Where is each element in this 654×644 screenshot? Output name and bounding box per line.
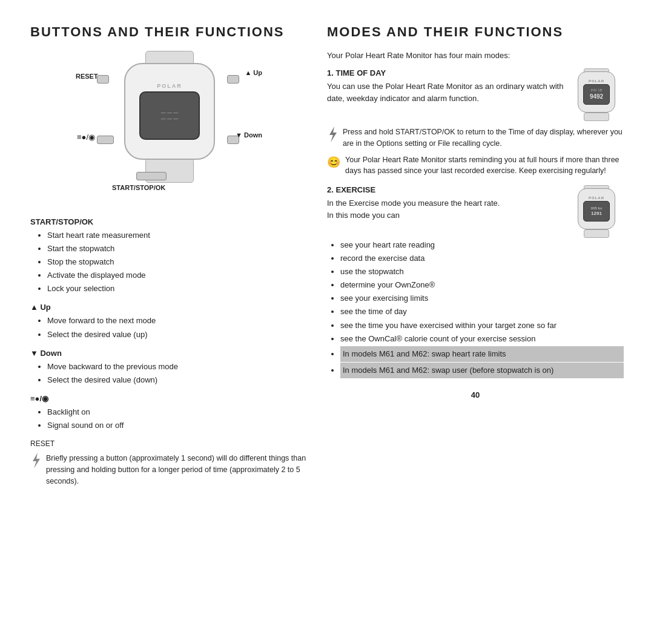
list-item: see the time of day (340, 305, 624, 318)
mode-text-2: 2. EXERCISE In the Exercise mode you mea… (327, 185, 564, 238)
func-list-3: Backlight on Signal sound on or off (30, 406, 309, 432)
mini-watch-body-2: POLAR 005 bz 1291 (578, 188, 615, 229)
func-group-title-2: ▼ Down (30, 349, 309, 358)
list-item: Move forward to the next mode (47, 314, 309, 327)
reset-label: RESET (30, 439, 309, 448)
exercise-list: see your heart rate reading record the e… (327, 238, 624, 378)
functions-section: START/STOP/OK Start heart rate measureme… (30, 217, 309, 487)
btn-light (97, 136, 114, 144)
func-list-1: Move forward to the next mode Select the… (30, 314, 309, 341)
left-column: BUTTONS AND THEIR FUNCTIONS POLAR — — ——… (30, 24, 309, 491)
mini-watch-screen-1: PRI 1B 9492 (583, 84, 610, 105)
list-item: Backlight on (47, 406, 309, 419)
mini-watch-2: POLAR 005 bz 1291 (570, 185, 624, 238)
list-item: record the exercise data (340, 252, 624, 265)
intro-text: Your Polar Heart Rate Monitor has four m… (327, 51, 624, 60)
list-item: Start the stopwatch (47, 242, 309, 255)
label-startstop: START/STOP/OK (112, 184, 165, 191)
mode-section-1: 1. TIME OF DAY You can use the Polar Hea… (327, 68, 624, 177)
list-item: Select the desired value (down) (47, 373, 309, 387)
mode-title-1: 1. TIME OF DAY (327, 68, 564, 77)
reset-note-section: RESET Briefly pressing a button (approxi… (30, 439, 309, 487)
page-number: 40 (327, 390, 624, 412)
mini-watch-text-2: 005 bz 1291 (591, 206, 602, 217)
list-item: use the stopwatch (340, 265, 624, 278)
label-down: ▼ Down (236, 131, 262, 139)
list-item: determine your OwnZone® (340, 278, 624, 292)
watch-screen: — — —— — — (139, 91, 200, 140)
lightning-icon (30, 453, 41, 468)
mode-title-2: 2. EXERCISE (327, 185, 564, 194)
mode-content-2: 2. EXERCISE In the Exercise mode you mea… (327, 185, 624, 238)
svg-marker-0 (33, 453, 40, 468)
list-item: Move backward to the previous mode (47, 360, 309, 373)
mini-watch-text-1: PRI 1B 9492 (590, 88, 603, 100)
func-list-2: Move backward to the previous mode Selec… (30, 360, 309, 387)
highlighted-list-item-1: In models M61 and M62: swap user (before… (340, 363, 624, 378)
mini-strap-bot-2 (584, 229, 609, 238)
reset-tip-box: Briefly pressing a button (approximately… (30, 453, 309, 487)
mode-desc-2b: In this mode you can (327, 209, 564, 222)
list-item: see your heart rate reading (340, 238, 624, 252)
tip-box-1: Press and hold START/STOP/OK to return t… (327, 126, 624, 150)
btn-up (227, 75, 239, 84)
right-column: MODES AND THEIR FUNCTIONS Your Polar Hea… (327, 24, 624, 491)
reset-note-text: Briefly pressing a button (approximately… (46, 453, 309, 487)
watch-brand: POLAR (157, 83, 182, 89)
list-item: Start heart rate measurement (47, 229, 309, 242)
func-group-2: ▼ Down Move backward to the previous mod… (30, 349, 309, 387)
highlighted-list-item-0: In models M61 and M62: swap heart rate l… (340, 346, 624, 362)
func-group-title-0: START/STOP/OK (30, 217, 309, 226)
tip-box-2: 😊 Your Polar Heart Rate Monitor starts r… (327, 154, 624, 177)
list-item: Lock your selection (47, 282, 309, 295)
label-reset: RESET (76, 73, 98, 80)
watch-screen-text: — — —— — — (161, 110, 178, 122)
func-group-title-1: ▲ Up (30, 303, 309, 312)
right-heading: MODES AND THEIR FUNCTIONS (327, 24, 624, 40)
btn-reset (97, 75, 109, 84)
label-up: ▲ ▲ UpUp (245, 69, 262, 76)
watch-diagram: POLAR — — —— — — RESET ▲ ▲ UpUp ≡●/◉ ▼ D… (76, 51, 263, 208)
mode-text-1: 1. TIME OF DAY You can use the Polar Hea… (327, 68, 564, 122)
tip1-text: Press and hold START/STOP/OK to return t… (343, 126, 624, 150)
func-list-0: Start heart rate measurement Start the s… (30, 229, 309, 295)
list-item: see the time you have exercised within y… (340, 319, 624, 332)
list-item: Activate the displayed mode (47, 269, 309, 282)
mini-watch-1: POLAR PRI 1B 9492 (570, 68, 624, 122)
btn-startstop (136, 172, 167, 180)
mini-watch-screen-2: 005 bz 1291 (583, 201, 610, 222)
svg-marker-1 (329, 126, 337, 142)
func-group-0: START/STOP/OK Start heart rate measureme… (30, 217, 309, 295)
func-group-1: ▲ Up Move forward to the next mode Selec… (30, 303, 309, 341)
mode-content-1: 1. TIME OF DAY You can use the Polar Hea… (327, 68, 624, 122)
smile-icon: 😊 (327, 154, 340, 171)
tip2-text: Your Polar Heart Rate Monitor starts rem… (345, 154, 624, 177)
list-item: see your exercising limits (340, 292, 624, 305)
func-group-3: ≡●/◉ Backlight on Signal sound on or off (30, 394, 309, 432)
list-item: Stop the stopwatch (47, 255, 309, 269)
list-item: Select the desired value (up) (47, 328, 309, 341)
func-group-title-3: ≡●/◉ (30, 394, 309, 403)
left-heading: BUTTONS AND THEIR FUNCTIONS (30, 24, 309, 40)
label-light: ≡●/◉ (77, 133, 95, 142)
mode-desc-1: You can use the Polar Heart Rate Monitor… (327, 80, 564, 104)
list-item: Signal sound on or off (47, 419, 309, 432)
mode-desc-2: In the Exercise mode you measure the hea… (327, 197, 564, 209)
mini-strap-bot-1 (584, 113, 609, 121)
watch-body: POLAR — — —— — — (124, 63, 215, 160)
lightning-icon-1 (327, 126, 338, 142)
mini-watch-body-1: POLAR PRI 1B 9492 (578, 71, 615, 113)
list-item: see the OwnCal® calorie count of your ex… (340, 332, 624, 346)
mode-section-2: 2. EXERCISE In the Exercise mode you mea… (327, 185, 624, 378)
